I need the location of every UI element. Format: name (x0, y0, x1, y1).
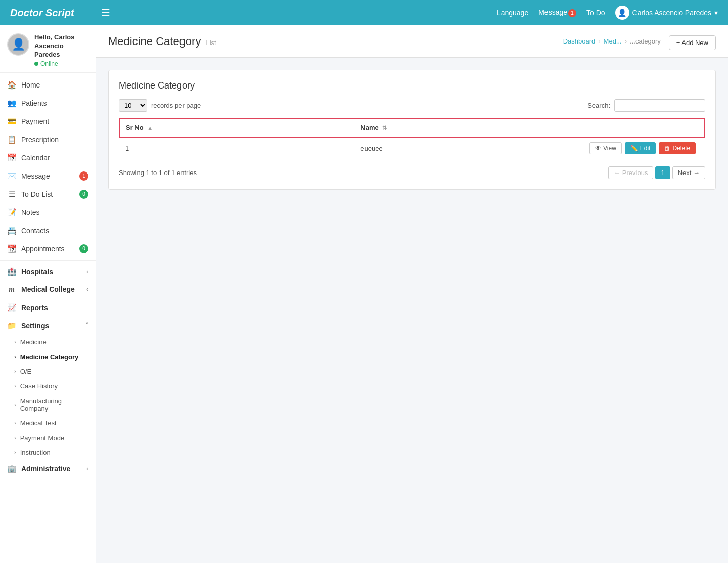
arrow-icon: › (14, 368, 16, 374)
sidebar-item-todo[interactable]: ☰ To Do List 0 (0, 185, 96, 203)
hamburger-icon[interactable]: ☰ (101, 7, 110, 19)
status-dot-icon (34, 62, 38, 66)
search-input[interactable] (614, 99, 705, 112)
sidebar-subitem-payment-mode[interactable]: › Payment Mode (0, 430, 96, 445)
view-button[interactable]: 👁 View (589, 142, 622, 154)
records-per-page-select[interactable]: 10 25 50 100 (119, 99, 147, 112)
sidebar-item-administrative[interactable]: 🏢 Administrative ‹ (0, 460, 96, 478)
sidebar-item-label: Payment (21, 117, 88, 125)
sidebar-item-label: Notes (21, 208, 88, 216)
payment-icon: 💳 (7, 117, 16, 126)
sidebar-subitem-label: Medicine (20, 338, 47, 346)
message-icon: ✉️ (7, 171, 16, 181)
edit-button[interactable]: ✏️ Edit (625, 142, 656, 154)
sidebar-item-patients[interactable]: 👥 Patients (0, 94, 96, 112)
col-name[interactable]: Name ⇅ (354, 118, 583, 137)
sidebar-subitem-medical-test[interactable]: › Medical Test (0, 416, 96, 430)
delete-button[interactable]: 🗑 Delete (659, 142, 696, 154)
medical-college-chevron-icon: ‹ (86, 286, 88, 293)
sidebar-subitem-label: Instruction (20, 449, 51, 456)
sidebar-item-label: Prescription (21, 136, 88, 144)
table-controls: 10 25 50 100 records per page Search: (119, 99, 705, 112)
medicine-category-table: Sr No ▲ Name ⇅ 1 (119, 118, 705, 159)
arrow-icon: › (14, 354, 16, 360)
user-menu[interactable]: 👤 Carlos Ascencio Paredes ▾ (615, 6, 718, 20)
user-name: Carlos Ascencio Paredes (632, 9, 711, 17)
records-per-page-label: records per page (151, 102, 201, 109)
cell-name: eueuee (354, 137, 583, 159)
sidebar-item-calendar[interactable]: 📅 Calendar (0, 149, 96, 167)
sidebar-item-contacts[interactable]: 📇 Contacts (0, 222, 96, 240)
add-new-button[interactable]: + Add New (669, 35, 716, 50)
notes-icon: 📝 (7, 208, 16, 217)
sidebar-item-prescription[interactable]: 📋 Prescription (0, 131, 96, 149)
medicine-category-card: Medicine Category 10 25 50 100 records p… (108, 70, 716, 190)
contacts-icon: 📇 (7, 226, 16, 235)
col-sr-no[interactable]: Sr No ▲ (119, 118, 354, 137)
showing-entries-text: Showing 1 to 1 of 1 entries (119, 169, 197, 177)
delete-icon: 🗑 (664, 145, 670, 152)
sidebar-item-label: Contacts (21, 227, 88, 235)
sidebar-item-label: Settings (21, 322, 80, 330)
message-link[interactable]: Message1 (538, 8, 576, 17)
table-footer: Showing 1 to 1 of 1 entries ← Previous 1… (119, 166, 705, 179)
arrow-icon: › (14, 339, 16, 345)
administrative-chevron-icon: ‹ (86, 465, 88, 472)
main-layout: 👤 Hello, Carlos Ascencio Paredes Online … (0, 25, 728, 563)
next-page-button[interactable]: Next → (672, 166, 705, 179)
sidebar-subitem-medicine-category[interactable]: › Medicine Category (0, 350, 96, 364)
language-link[interactable]: Language (497, 9, 528, 17)
message-count-badge: 1 (79, 171, 88, 181)
sidebar-subitem-case-history[interactable]: › Case History (0, 379, 96, 394)
todo-link[interactable]: To Do (586, 9, 605, 17)
sidebar-subitem-label: O/E (20, 368, 31, 375)
col-actions (583, 118, 705, 137)
sidebar-subitem-oe[interactable]: › O/E (0, 364, 96, 379)
sidebar-item-label: Patients (21, 99, 88, 107)
sidebar-item-label: Calendar (21, 154, 88, 162)
sidebar-item-label: Message (21, 172, 74, 180)
avatar: 👤 (7, 33, 29, 56)
sidebar-item-reports[interactable]: 📈 Reports (0, 298, 96, 317)
sidebar-subitem-manufacturing-company[interactable]: › Manufacturing Company (0, 394, 96, 416)
page-title: Medicine Category (108, 35, 201, 48)
sidebar-item-notes[interactable]: 📝 Notes (0, 203, 96, 222)
breadcrumb-med[interactable]: Med... (604, 37, 622, 45)
arrow-icon: › (14, 449, 16, 455)
breadcrumb-current: ...category (630, 37, 661, 45)
edit-icon: ✏️ (630, 145, 638, 152)
sidebar-item-payment[interactable]: 💳 Payment (0, 112, 96, 131)
search-label: Search: (587, 102, 610, 109)
breadcrumb: Dashboard › Med... › ...category (563, 37, 661, 45)
sidebar-item-medical-college[interactable]: m Medical College ‹ (0, 281, 96, 298)
sidebar-item-label: Reports (21, 304, 88, 312)
prev-page-button[interactable]: ← Previous (608, 166, 653, 179)
arrow-icon: › (14, 402, 16, 408)
sidebar-item-settings[interactable]: 📁 Settings ˅ (0, 317, 96, 335)
appointments-icon: 📆 (7, 244, 16, 253)
sidebar-subitem-medicine[interactable]: › Medicine (0, 335, 96, 350)
sidebar-subitem-instruction[interactable]: › Instruction (0, 445, 96, 460)
sidebar-profile: 👤 Hello, Carlos Ascencio Paredes Online (0, 25, 96, 73)
arrow-icon: › (14, 420, 16, 426)
sidebar-item-label: Hospitals (21, 268, 81, 276)
todo-count-badge: 0 (79, 190, 88, 199)
breadcrumb-dashboard[interactable]: Dashboard (563, 37, 596, 45)
current-page[interactable]: 1 (655, 166, 670, 179)
sidebar-item-label: Home (21, 81, 88, 89)
topnav: Doctor Script ☰ Language Message1 To Do … (0, 0, 728, 25)
sidebar-item-home[interactable]: 🏠 Home (0, 76, 96, 94)
sidebar-item-appointments[interactable]: 📆 Appointments 0 (0, 240, 96, 258)
calendar-icon: 📅 (7, 153, 16, 162)
settings-icon: 📁 (7, 321, 16, 330)
sidebar-item-message[interactable]: ✉️ Message 1 (0, 167, 96, 185)
sidebar-subitem-label: Manufacturing Company (20, 397, 88, 412)
cell-actions: 👁 View ✏️ Edit 🗑 Delet (583, 137, 705, 159)
sidebar-item-label: Medical College (21, 285, 81, 293)
prescription-icon: 📋 (7, 135, 16, 144)
cell-sr-no: 1 (119, 137, 354, 159)
pagination: ← Previous 1 Next → (608, 166, 705, 179)
sidebar-item-hospitals[interactable]: 🏥 Hospitals ‹ (0, 263, 96, 281)
sidebar-subitem-label: Payment Mode (20, 434, 64, 442)
sidebar-status: Online (34, 60, 88, 67)
